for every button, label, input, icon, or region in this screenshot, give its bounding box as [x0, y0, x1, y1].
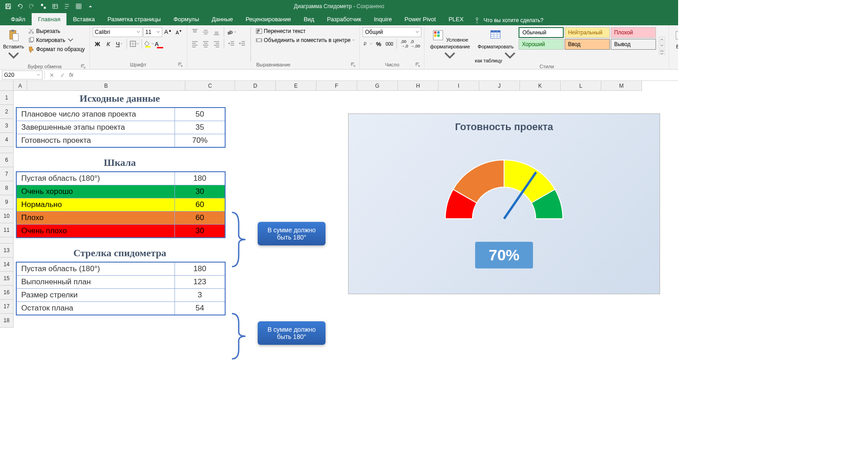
cut-button[interactable]: Вырезать — [26, 27, 87, 35]
data-cell[interactable]: 50 — [175, 108, 225, 121]
qat-customize-icon[interactable] — [85, 1, 96, 12]
format-painter-button[interactable]: Формат по образцу — [26, 45, 87, 53]
paste-button[interactable]: Вставить — [3, 27, 24, 64]
data-cell[interactable]: Завершенные этапы проекта — [17, 121, 175, 134]
tab-review[interactable]: Рецензирование — [239, 13, 297, 25]
comma-format-icon[interactable]: 000 — [384, 39, 394, 49]
data-cell[interactable]: 123 — [175, 276, 225, 288]
row-header[interactable]: 8 — [0, 181, 14, 195]
fx-icon[interactable]: fx — [69, 72, 73, 78]
underline-icon[interactable]: Ч — [114, 39, 124, 49]
dialog-launcher-icon[interactable] — [178, 62, 183, 67]
data-cell[interactable]: Очень плохо — [17, 225, 175, 237]
data-cell[interactable]: 30 — [175, 225, 225, 237]
row-header[interactable]: 9 — [0, 195, 14, 209]
save-icon[interactable] — [3, 1, 14, 12]
col-header[interactable]: A — [14, 81, 27, 91]
bold-icon[interactable]: Ж — [93, 39, 103, 49]
font-color-icon[interactable]: A — [155, 39, 165, 49]
data-cell[interactable]: Нормально — [17, 198, 175, 211]
tab-formulas[interactable]: Формулы — [167, 13, 206, 25]
data-cell[interactable]: Плановое число этапов проекта — [17, 108, 175, 121]
increase-font-icon[interactable]: A▲ — [163, 27, 173, 37]
col-header[interactable]: M — [601, 81, 642, 91]
increase-decimal-icon[interactable]: ,00→,0 — [399, 39, 409, 49]
tab-home[interactable]: Главная — [32, 13, 66, 25]
row-header[interactable]: 4 — [0, 133, 14, 147]
tab-data[interactable]: Данные — [205, 13, 239, 25]
tab-plex[interactable]: PLEX — [442, 13, 470, 25]
data-cell[interactable]: 60 — [175, 212, 225, 224]
tab-view[interactable]: Вид — [297, 13, 321, 25]
col-header[interactable]: E — [276, 81, 316, 91]
worksheet-grid[interactable]: ABCDEFGHIJKLM 123467891011131415161718 И… — [0, 81, 678, 328]
italic-icon[interactable]: К — [104, 39, 113, 49]
col-header[interactable]: J — [479, 81, 520, 91]
row-header[interactable]: 17 — [0, 300, 14, 314]
name-box[interactable]: G20 — [2, 70, 42, 80]
col-header[interactable]: C — [185, 81, 235, 91]
format-as-table-button[interactable]: Форматировать как таблицу — [474, 27, 517, 64]
dialog-launcher-icon[interactable] — [350, 62, 356, 67]
increase-indent-icon[interactable] — [237, 39, 247, 49]
gallery-more-icon[interactable] — [659, 49, 665, 55]
insert-cells-button[interactable]: Вст — [672, 27, 678, 67]
style-output[interactable]: Вывод — [611, 39, 656, 50]
col-header[interactable]: B — [27, 81, 185, 91]
align-bottom-icon[interactable] — [212, 27, 222, 37]
style-neutral[interactable]: Нейтральный — [565, 27, 610, 38]
qat-btn7[interactable] — [73, 1, 84, 12]
conditional-formatting-button[interactable]: Условное форматирование — [427, 27, 472, 64]
data-cell[interactable]: 70% — [175, 134, 225, 147]
accounting-format-icon[interactable]: ₽ — [363, 39, 373, 49]
row-header[interactable]: 13 — [0, 244, 14, 258]
row-header[interactable] — [0, 147, 14, 153]
data-cell[interactable]: Остаток плана — [17, 302, 175, 315]
align-top-icon[interactable] — [190, 27, 200, 37]
formula-input[interactable] — [76, 71, 675, 79]
row-header[interactable]: 2 — [0, 105, 14, 119]
row-header[interactable]: 10 — [0, 209, 14, 223]
col-header[interactable]: F — [316, 81, 357, 91]
cell-styles-gallery[interactable]: Обычный Нейтральный Плохой Хороший Ввод … — [519, 27, 656, 64]
data-cell[interactable]: Готовность проекта — [17, 134, 175, 147]
row-header[interactable]: 15 — [0, 272, 14, 286]
row-header[interactable]: 7 — [0, 167, 14, 181]
number-format-combo[interactable]: Общий — [363, 27, 421, 37]
row-header[interactable] — [0, 237, 14, 244]
col-header[interactable]: I — [439, 81, 479, 91]
style-input[interactable]: Ввод — [565, 39, 610, 50]
orientation-icon[interactable]: ab — [226, 27, 236, 37]
data-cell[interactable]: 35 — [175, 121, 225, 134]
tell-me-search[interactable]: Что вы хотите сделать? — [470, 15, 548, 25]
row-header[interactable]: 3 — [0, 119, 14, 133]
copy-button[interactable]: Копировать — [26, 36, 87, 44]
percent-format-icon[interactable]: % — [373, 39, 383, 49]
data-cell[interactable]: 3 — [175, 289, 225, 301]
font-name-combo[interactable]: Calibri — [93, 27, 142, 37]
tab-page-layout[interactable]: Разметка страницы — [101, 13, 167, 25]
font-size-combo[interactable]: 11 — [143, 27, 162, 37]
redo-icon[interactable] — [26, 1, 37, 12]
undo-icon[interactable] — [14, 1, 25, 12]
row-header[interactable]: 14 — [0, 258, 14, 272]
decrease-font-icon[interactable]: A▼ — [174, 27, 184, 37]
decrease-indent-icon[interactable] — [226, 39, 236, 49]
style-bad[interactable]: Плохой — [611, 27, 656, 38]
style-normal[interactable]: Обычный — [519, 27, 564, 38]
data-cell[interactable]: Плохо — [17, 212, 175, 224]
style-good[interactable]: Хороший — [519, 39, 564, 50]
data-cell[interactable]: Выполненный план — [17, 276, 175, 288]
qat-btn5[interactable] — [50, 1, 61, 12]
col-header[interactable]: K — [520, 81, 561, 91]
enter-formula-icon[interactable]: ✓ — [58, 72, 66, 79]
data-cell[interactable]: 30 — [175, 185, 225, 198]
data-cell[interactable]: Очень хорошо — [17, 185, 175, 198]
decrease-decimal-icon[interactable]: ,0→,00 — [410, 39, 420, 49]
cancel-formula-icon[interactable]: ✕ — [47, 72, 56, 79]
merge-center-button[interactable]: Объединить и поместить в центре — [254, 36, 357, 44]
align-left-icon[interactable] — [190, 39, 200, 49]
gauge-chart[interactable]: Готовность проекта 70% — [348, 113, 660, 294]
borders-icon[interactable] — [129, 39, 139, 49]
align-middle-icon[interactable] — [201, 27, 211, 37]
